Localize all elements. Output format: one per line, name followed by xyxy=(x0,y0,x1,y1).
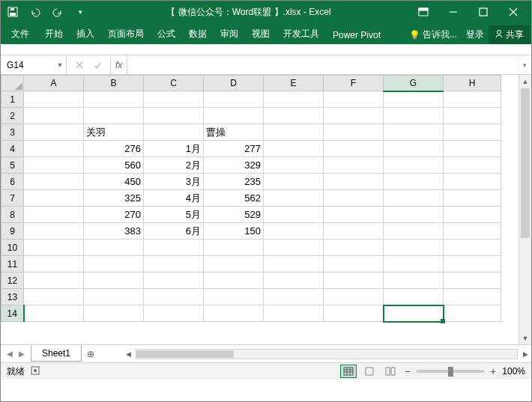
scroll-up-icon[interactable]: ▲ xyxy=(519,75,531,88)
cell-D2[interactable] xyxy=(204,108,264,124)
cell-E13[interactable] xyxy=(264,289,324,305)
cell-G9[interactable] xyxy=(384,223,444,240)
cell-H5[interactable] xyxy=(444,157,501,174)
cell-F11[interactable] xyxy=(324,256,384,272)
cell-F10[interactable] xyxy=(324,240,384,256)
row-header-5[interactable]: 5 xyxy=(1,157,24,174)
cell-D5[interactable]: 329 xyxy=(204,157,264,174)
add-sheet-button[interactable]: ⊕ xyxy=(82,349,100,359)
cell-G5[interactable] xyxy=(384,157,444,174)
row-header-8[interactable]: 8 xyxy=(1,207,24,223)
tab-review[interactable]: 审阅 xyxy=(214,25,245,44)
cell-C10[interactable] xyxy=(144,240,204,256)
cell-B1[interactable] xyxy=(84,91,144,108)
cell-H2[interactable] xyxy=(444,108,501,124)
vscroll-thumb[interactable] xyxy=(521,88,530,238)
col-header-G[interactable]: G xyxy=(384,76,444,91)
cell-D14[interactable] xyxy=(204,305,264,322)
col-header-D[interactable]: D xyxy=(204,76,264,91)
ribbon-display-icon[interactable] xyxy=(410,2,437,22)
cell-B2[interactable] xyxy=(84,108,144,124)
cell-A7[interactable] xyxy=(24,190,84,207)
cell-G13[interactable] xyxy=(384,289,444,305)
page-break-view-icon[interactable] xyxy=(382,365,399,378)
cell-H14[interactable] xyxy=(444,305,501,322)
cell-E11[interactable] xyxy=(264,256,324,272)
minimize-button[interactable] xyxy=(440,2,467,22)
cell-C6[interactable]: 3月 xyxy=(144,174,204,190)
cell-H4[interactable] xyxy=(444,141,501,157)
name-box-dropdown-icon[interactable]: ▼ xyxy=(54,61,66,69)
cell-H12[interactable] xyxy=(444,272,501,289)
page-layout-view-icon[interactable] xyxy=(361,365,378,378)
redo-icon[interactable] xyxy=(50,4,65,19)
row-header-13[interactable]: 13 xyxy=(1,289,24,305)
cell-B5[interactable]: 560 xyxy=(84,157,144,174)
cell-A1[interactable] xyxy=(24,91,84,108)
cell-F13[interactable] xyxy=(324,289,384,305)
cell-A10[interactable] xyxy=(24,240,84,256)
cell-H6[interactable] xyxy=(444,174,501,190)
cell-F5[interactable] xyxy=(324,157,384,174)
tell-me-search[interactable]: 💡 告诉我... xyxy=(405,25,462,44)
cell-G10[interactable] xyxy=(384,240,444,256)
cell-E9[interactable] xyxy=(264,223,324,240)
vertical-scrollbar[interactable]: ▲ ▼ xyxy=(519,75,531,344)
cell-C1[interactable] xyxy=(144,91,204,108)
cell-D10[interactable] xyxy=(204,240,264,256)
signin-link[interactable]: 登录 xyxy=(462,25,489,44)
cell-F9[interactable] xyxy=(324,223,384,240)
cell-H1[interactable] xyxy=(444,91,501,108)
cell-A6[interactable] xyxy=(24,174,84,190)
cell-B10[interactable] xyxy=(84,240,144,256)
cell-C9[interactable]: 6月 xyxy=(144,223,204,240)
row-header-7[interactable]: 7 xyxy=(1,190,24,207)
cell-H9[interactable] xyxy=(444,223,501,240)
cell-G14[interactable] xyxy=(384,305,444,322)
cell-A9[interactable] xyxy=(24,223,84,240)
cell-H13[interactable] xyxy=(444,289,501,305)
cell-F14[interactable] xyxy=(324,305,384,322)
cell-C3[interactable] xyxy=(144,124,204,141)
sheet-nav[interactable]: ◀▶ xyxy=(1,350,31,358)
col-header-E[interactable]: E xyxy=(264,76,324,91)
cell-F8[interactable] xyxy=(324,207,384,223)
cancel-formula-icon[interactable] xyxy=(71,58,88,73)
cell-G11[interactable] xyxy=(384,256,444,272)
cell-G1[interactable] xyxy=(384,91,444,108)
fx-icon[interactable]: fx xyxy=(110,55,127,74)
tab-developer[interactable]: 开发工具 xyxy=(276,25,326,44)
scroll-down-icon[interactable]: ▼ xyxy=(519,332,531,344)
tab-powerpivot[interactable]: Power Pivot xyxy=(326,27,387,44)
cell-E12[interactable] xyxy=(264,272,324,289)
hscroll-thumb[interactable] xyxy=(136,350,234,358)
qat-dropdown-icon[interactable]: ▾ xyxy=(73,4,88,19)
cell-H11[interactable] xyxy=(444,256,501,272)
row-header-1[interactable]: 1 xyxy=(1,91,24,108)
cell-C12[interactable] xyxy=(144,272,204,289)
cell-C11[interactable] xyxy=(144,256,204,272)
cell-G2[interactable] xyxy=(384,108,444,124)
cell-B11[interactable] xyxy=(84,256,144,272)
cell-E6[interactable] xyxy=(264,174,324,190)
cell-C7[interactable]: 4月 xyxy=(144,190,204,207)
macro-record-icon[interactable] xyxy=(31,366,40,377)
cell-B9[interactable]: 383 xyxy=(84,223,144,240)
cell-D13[interactable] xyxy=(204,289,264,305)
zoom-slider[interactable]: − + xyxy=(403,365,498,377)
row-header-9[interactable]: 9 xyxy=(1,223,24,240)
cell-A11[interactable] xyxy=(24,256,84,272)
tab-layout[interactable]: 页面布局 xyxy=(101,25,151,44)
cell-E8[interactable] xyxy=(264,207,324,223)
cell-D4[interactable]: 277 xyxy=(204,141,264,157)
cell-F1[interactable] xyxy=(324,91,384,108)
cell-E3[interactable] xyxy=(264,124,324,141)
cell-G7[interactable] xyxy=(384,190,444,207)
cell-B3[interactable]: 关羽 xyxy=(84,124,144,141)
maximize-button[interactable] xyxy=(470,2,497,22)
cell-D8[interactable]: 529 xyxy=(204,207,264,223)
row-header-3[interactable]: 3 xyxy=(1,124,24,141)
cell-H10[interactable] xyxy=(444,240,501,256)
zoom-percent[interactable]: 100% xyxy=(502,366,525,377)
horizontal-scrollbar[interactable]: ◀ ▶ xyxy=(122,349,531,359)
